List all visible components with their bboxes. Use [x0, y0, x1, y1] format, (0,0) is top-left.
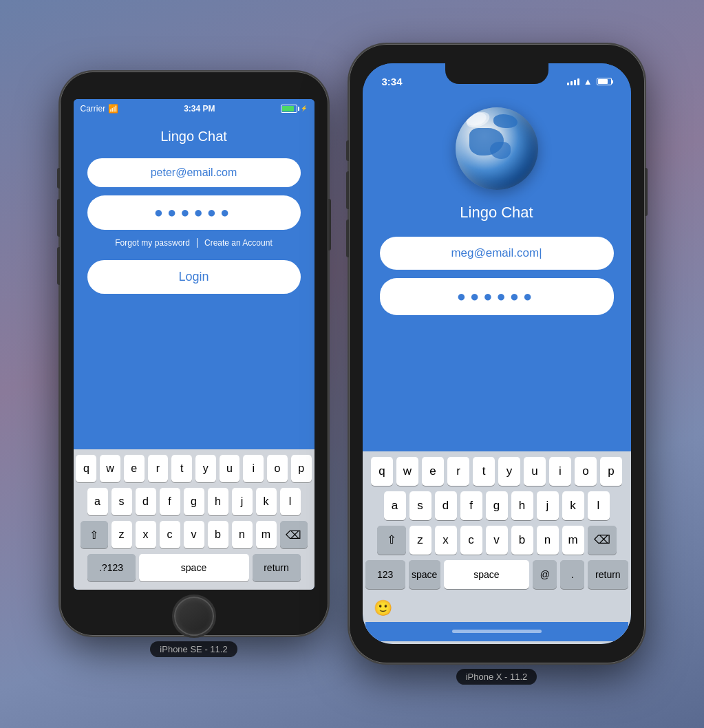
se-keyboard: q w e r t y u i o p a s d f g h	[74, 449, 314, 590]
x-home-bar	[452, 630, 542, 633]
x-status-icons: ▲	[567, 76, 612, 87]
x-key-h[interactable]: h	[511, 491, 533, 520]
se-battery-area: ⚡	[281, 105, 308, 113]
se-key-o[interactable]: o	[267, 455, 288, 482]
x-key-x[interactable]: x	[435, 526, 457, 555]
se-key-e[interactable]: e	[124, 455, 145, 482]
se-key-p[interactable]: p	[291, 455, 312, 482]
x-emoji-icon[interactable]: 🙂	[374, 599, 392, 617]
se-key-q[interactable]: q	[76, 455, 96, 482]
x-key-q[interactable]: q	[371, 457, 393, 486]
se-key-f[interactable]: f	[160, 488, 180, 515]
se-key-n[interactable]: n	[232, 521, 253, 548]
se-key-t[interactable]: t	[171, 455, 192, 482]
x-space-bar[interactable]: space	[444, 560, 530, 589]
se-shift-key[interactable]: ⇧	[81, 521, 108, 548]
x-email-field[interactable]: meg@email.com|	[380, 237, 614, 270]
x-key-e[interactable]: e	[422, 457, 444, 486]
x-keyboard-row2: a s d f g h j k l	[365, 491, 628, 520]
x-key-b[interactable]: b	[511, 526, 533, 555]
se-bolt-icon: ⚡	[301, 105, 308, 111]
se-key-u[interactable]: u	[220, 455, 240, 482]
se-password-field[interactable]: ●●●●●●	[87, 195, 301, 230]
se-key-m[interactable]: m	[256, 521, 277, 548]
x-key-v[interactable]: v	[486, 526, 508, 555]
x-key-r[interactable]: r	[447, 457, 469, 486]
se-key-v[interactable]: v	[184, 521, 204, 548]
se-volume-up-button	[57, 199, 60, 237]
se-email-field[interactable]: peter@email.com	[87, 158, 301, 187]
se-home-button[interactable]	[174, 597, 214, 635]
se-key-y[interactable]: y	[195, 455, 216, 482]
x-key-s[interactable]: s	[409, 491, 431, 520]
x-device-label: iPhone X - 11.2	[456, 669, 537, 685]
se-delete-key[interactable]: ⌫	[280, 521, 308, 548]
x-num-key[interactable]: 123	[365, 560, 405, 589]
x-key-o[interactable]: o	[575, 457, 597, 486]
se-key-a[interactable]: a	[87, 488, 108, 515]
x-key-n[interactable]: n	[537, 526, 559, 555]
x-key-m[interactable]: m	[562, 526, 584, 555]
x-delete-key[interactable]: ⌫	[588, 526, 617, 555]
se-return-key[interactable]: return	[253, 554, 301, 581]
se-create-account-link[interactable]: Create an Account	[198, 238, 279, 248]
se-key-l[interactable]: l	[280, 488, 301, 515]
x-return-key[interactable]: return	[588, 560, 628, 589]
x-key-f[interactable]: f	[460, 491, 482, 520]
se-key-d[interactable]: d	[136, 488, 156, 515]
x-key-u[interactable]: u	[524, 457, 546, 486]
x-key-i[interactable]: i	[549, 457, 571, 486]
x-key-w[interactable]: w	[396, 457, 418, 486]
x-battery-icon	[597, 78, 612, 85]
se-battery-fill	[282, 106, 294, 111]
se-key-x[interactable]: x	[136, 521, 156, 548]
x-volume-up-button	[346, 171, 349, 209]
x-key-y[interactable]: y	[498, 457, 520, 486]
x-shift-key[interactable]: ⇧	[377, 526, 406, 555]
x-space-key[interactable]: space	[409, 560, 440, 589]
se-forgot-password-link[interactable]: Forgot my password	[108, 238, 197, 248]
se-key-w[interactable]: w	[100, 455, 120, 482]
x-key-c[interactable]: c	[460, 526, 482, 555]
se-space-key[interactable]: space	[139, 554, 249, 581]
se-key-g[interactable]: g	[184, 488, 204, 515]
x-key-k[interactable]: k	[562, 491, 584, 520]
se-key-b[interactable]: b	[208, 521, 228, 548]
x-app-title: Lingo Chat	[460, 204, 533, 222]
x-keyboard-row3: ⇧ z x c v b n m ⌫	[365, 526, 628, 555]
se-keyboard-row2: a s d f g h j k l	[76, 488, 312, 515]
se-num-key[interactable]: .?123	[87, 554, 136, 581]
se-key-k[interactable]: k	[256, 488, 277, 515]
x-key-g[interactable]: g	[486, 491, 508, 520]
se-key-h[interactable]: h	[208, 488, 228, 515]
se-key-r[interactable]: r	[148, 455, 169, 482]
x-dot-key[interactable]: .	[560, 560, 584, 589]
se-mute-button	[57, 168, 60, 189]
globe-container	[456, 107, 538, 190]
se-key-i[interactable]: i	[243, 455, 264, 482]
se-key-z[interactable]: z	[111, 521, 132, 548]
x-power-button	[645, 168, 648, 216]
se-key-j[interactable]: j	[232, 488, 253, 515]
x-key-a[interactable]: a	[384, 491, 406, 520]
se-keyboard-row3: ⇧ z x c v b n m ⌫	[76, 521, 312, 548]
se-key-s[interactable]: s	[111, 488, 132, 515]
x-key-p[interactable]: p	[600, 457, 622, 486]
iphone-x-device: 3:34 ▲	[349, 44, 645, 685]
x-volume-down-button	[346, 220, 349, 257]
se-login-button[interactable]: Login	[87, 260, 301, 294]
x-key-z[interactable]: z	[409, 526, 431, 555]
se-status-bar: Carrier 📶 3:34 PM ⚡	[74, 99, 314, 118]
x-key-d[interactable]: d	[435, 491, 457, 520]
x-key-t[interactable]: t	[473, 457, 495, 486]
iphone-se-shell: Carrier 📶 3:34 PM ⚡ Lingo Chat peter@ema…	[60, 72, 328, 636]
x-key-l[interactable]: l	[588, 491, 610, 520]
x-key-j[interactable]: j	[537, 491, 559, 520]
se-links-row: Forgot my password Create an Account	[108, 238, 279, 248]
x-battery-fill	[598, 79, 608, 84]
x-at-key[interactable]: @	[533, 560, 557, 589]
x-keyboard-row1: q w e r t y u i o p	[365, 457, 628, 486]
iphone-se-device: Carrier 📶 3:34 PM ⚡ Lingo Chat peter@ema…	[60, 72, 328, 657]
se-key-c[interactable]: c	[160, 521, 180, 548]
x-password-field[interactable]: ●●●●●●	[380, 278, 614, 315]
